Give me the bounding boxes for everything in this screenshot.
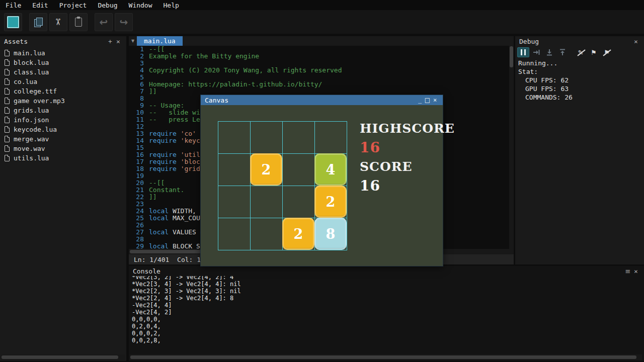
code-token: [177, 165, 181, 172]
assets-header: Assets + ×: [0, 36, 126, 46]
minimize-button[interactable]: _: [416, 96, 424, 104]
paste-icon: [75, 18, 82, 27]
tab-dropdown-button[interactable]: ▼: [129, 36, 137, 46]
code-line: 6Homepage: https://paladin-t.github.io/b…: [129, 81, 509, 88]
flag-slash-icon: ⚑: [604, 49, 610, 56]
scrollbar-thumb[interactable]: [510, 46, 513, 67]
maximize-button[interactable]: □: [424, 96, 431, 104]
assets-hscrollbar[interactable]: [1, 354, 125, 360]
line-number: 9: [129, 102, 149, 109]
disable-breakpoints-button[interactable]: ✎: [575, 47, 587, 57]
asset-label: block.lua: [14, 59, 49, 66]
line-number: 12: [129, 123, 149, 130]
canvas-titlebar[interactable]: Canvas _ □ ×: [201, 95, 443, 105]
line-number: 24: [129, 208, 149, 215]
asset-label: college.ttf: [14, 87, 57, 95]
asset-item[interactable]: info.json: [0, 115, 126, 125]
code-token: require: [149, 158, 177, 165]
step-into-button[interactable]: [543, 47, 555, 57]
debug-stats: CPU FPS: 62GPU FPS: 63COMMANDS: 26: [518, 76, 573, 102]
code-token: require: [149, 137, 177, 144]
code-line: 2Example for the Bitty engine: [129, 53, 509, 60]
asset-item[interactable]: game over.mp3: [0, 96, 126, 106]
game-tile: 4: [314, 153, 347, 186]
asset-item[interactable]: main.lua: [0, 48, 126, 58]
editor-vscrollbar[interactable]: [509, 46, 514, 249]
console-header: Console ≡ ×: [129, 266, 644, 276]
tab-main-lua[interactable]: main.lua: [137, 36, 183, 46]
console-panel: Console ≡ × *Vec2[3, 2] -> Vec2[4, 2]: 4…: [129, 266, 644, 361]
game-tile: 8: [314, 218, 347, 250]
asset-item[interactable]: keycode.lua: [0, 125, 126, 134]
file-icon: [5, 145, 10, 152]
console-line: 0,0,0,2,: [132, 330, 642, 337]
close-assets-button[interactable]: ×: [114, 38, 122, 45]
line-number: 19: [129, 172, 149, 179]
menu-item-file[interactable]: File: [0, 1, 27, 11]
asset-item[interactable]: class.lua: [0, 67, 126, 77]
undo-icon: ↩: [100, 17, 108, 27]
code-token: Example for the Bitty engine: [149, 53, 259, 60]
stop-button[interactable]: [4, 13, 22, 31]
asset-item[interactable]: block.lua: [0, 58, 126, 67]
paste-button[interactable]: [69, 13, 88, 31]
editor-tabbar: ▼ main.lua: [129, 36, 514, 46]
menu-item-edit[interactable]: Edit: [27, 1, 53, 11]
menu-item-window[interactable]: Window: [123, 1, 158, 11]
menu-bar: FileEditProjectDebugWindowHelp: [0, 0, 644, 10]
breakpoints-button[interactable]: ⚑: [588, 47, 600, 57]
copy-button[interactable]: [29, 13, 47, 31]
debug-title: Debug: [519, 38, 539, 45]
menu-item-debug[interactable]: Debug: [92, 1, 123, 11]
cursor-position: Ln: 1/401 Col: 1: [134, 256, 201, 263]
console-hscrollbar[interactable]: [130, 354, 642, 360]
menu-item-help[interactable]: Help: [158, 1, 185, 11]
code-token: 'co': [181, 130, 196, 137]
file-icon: [5, 155, 10, 161]
highscore-value: 16: [360, 139, 380, 156]
close-debug-button[interactable]: ×: [632, 38, 640, 45]
undo-button[interactable]: ↩: [95, 13, 113, 31]
close-window-button[interactable]: ×: [431, 96, 439, 104]
pen-slash-icon: ✎: [578, 49, 584, 56]
pause-button[interactable]: [517, 47, 529, 57]
asset-item[interactable]: merge.wav: [0, 134, 126, 144]
menu-item-project[interactable]: Project: [54, 1, 93, 11]
asset-item[interactable]: grids.lua: [0, 106, 126, 115]
debug-toolbar: ✎ ⚑ ⚑: [517, 47, 614, 57]
step-out-button[interactable]: [556, 47, 569, 57]
console-menu-button[interactable]: ≡: [624, 267, 632, 275]
line-number: 21: [129, 187, 149, 194]
line-number: 7: [129, 88, 149, 95]
line-number: 3: [129, 60, 149, 67]
step-icon: [533, 49, 540, 56]
file-icon: [5, 50, 10, 56]
cut-button[interactable]: ✂: [49, 13, 67, 31]
asset-item[interactable]: co.lua: [0, 77, 126, 86]
asset-item[interactable]: move.wav: [0, 144, 126, 153]
asset-item[interactable]: utils.lua: [0, 153, 126, 163]
console-line: 0,0,0,0,: [132, 316, 642, 323]
step-out-icon: [559, 49, 566, 56]
redo-button[interactable]: ↪: [115, 13, 133, 31]
close-console-button[interactable]: ×: [632, 267, 640, 275]
code-token: require: [149, 130, 177, 137]
stop-icon: [7, 16, 19, 28]
score-label: SCORE: [360, 159, 413, 174]
console-title: Console: [133, 267, 160, 275]
scrollbar-thumb[interactable]: [2, 355, 118, 359]
code-token: local: [149, 229, 169, 236]
asset-label: keycode.lua: [14, 126, 57, 133]
add-asset-button[interactable]: +: [106, 38, 114, 45]
asset-item[interactable]: college.ttf: [0, 86, 126, 96]
step-button[interactable]: [530, 47, 542, 57]
scrollbar-thumb[interactable]: [130, 355, 636, 359]
redo-icon: ↪: [120, 17, 128, 27]
file-icon: [5, 98, 10, 104]
clear-breakpoints-button[interactable]: ⚑: [601, 47, 613, 57]
canvas-window: Canvas _ □ × HIGHSCORE 16 SCORE 16 24228: [200, 95, 443, 266]
asset-label: main.lua: [14, 49, 45, 57]
score-value: 16: [360, 177, 380, 194]
code-token: ]]: [149, 88, 157, 95]
debug-panel: Debug × ✎ ⚑ ⚑ Running... Stat: CPU FPS: …: [515, 36, 644, 264]
